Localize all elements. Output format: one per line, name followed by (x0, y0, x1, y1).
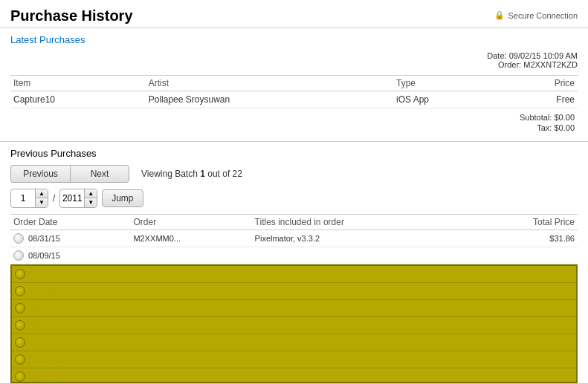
row-total-price (469, 247, 578, 264)
col-order: Order (130, 215, 251, 230)
latest-purchases-table: Item Artist Type Price Capture10 Pollape… (10, 75, 578, 108)
date-text: 06/06/15 (30, 321, 62, 330)
table-row: 04/27/15 (12, 368, 576, 385)
row-titles (252, 247, 469, 264)
date-text: 05/12/15 (30, 355, 62, 364)
next-button[interactable]: Next (70, 165, 129, 183)
order-label: Order: (498, 60, 521, 69)
tax-label: Tax: (537, 123, 552, 132)
col-artist: Artist (146, 76, 393, 91)
tax-row: Tax: $0.00 (13, 123, 575, 132)
prev-table-header-row: Order Date Order Titles included in orde… (10, 215, 578, 230)
row-expand-icon[interactable] (15, 269, 25, 279)
year-down-arrow[interactable]: ▼ (85, 198, 97, 207)
content-overlay: 07/07/15 07/06/15 (10, 264, 578, 383)
date-text: 06/15/15 (30, 304, 62, 313)
date-text: 07/06/15 (30, 287, 62, 296)
order-info: Order: M2XXNT2KZD (10, 60, 578, 69)
item-artist: Pollapee Sroysuwan (146, 91, 393, 108)
latest-purchases-section: Latest Purchases Date: 09/02/15 10:09 AM… (0, 28, 588, 142)
total-batches: 22 (233, 169, 242, 179)
year-stepper: ▲ ▼ (59, 189, 97, 208)
table-row: 06/15/15 (12, 300, 576, 317)
secure-connection-label: Secure Connection (508, 11, 578, 20)
lock-icon: 🔒 (494, 10, 505, 20)
page-wrapper: Purchase History 🔒 Secure Connection Lat… (0, 0, 588, 384)
col-item: Item (10, 76, 146, 91)
col-order-date: Order Date (10, 215, 130, 230)
table-row: Capture10 Pollapee Sroysuwan iOS App Fre… (10, 91, 578, 108)
batch-number: 1 (200, 169, 205, 179)
out-of-label: out of (207, 169, 230, 179)
row-expand-icon[interactable] (15, 320, 25, 331)
table-row: 05/12/15 (12, 351, 576, 368)
row-order-date: 08/31/15 (10, 230, 130, 247)
table-row: 05/27/15 (12, 334, 576, 351)
previous-purchases-section: Previous Purchases Previous Next Viewing… (0, 142, 588, 264)
table-row: 08/31/15 M2XXMM0... Pixelmator, v3.3.2 $… (10, 230, 578, 247)
order-value: M2XXNT2KZD (523, 60, 578, 69)
row-expand-icon[interactable] (15, 371, 25, 382)
batch-stepper-arrows: ▲ ▼ (35, 189, 48, 207)
date-text: 08/09/15 (28, 251, 60, 260)
table-row: 08/09/15 (10, 247, 578, 264)
table-row: 07/07/15 (12, 266, 576, 283)
page-title: Purchase History (10, 7, 133, 25)
subtotal-value: $0.00 (554, 113, 575, 122)
tax-value: $0.00 (554, 123, 575, 132)
row-expand-icon[interactable] (15, 337, 25, 348)
date-text: 04/27/15 (30, 372, 62, 381)
row-order-date: 08/09/15 (10, 247, 130, 264)
col-price: Price (503, 76, 578, 91)
year-input[interactable] (60, 191, 84, 206)
date-label: Date: (487, 51, 506, 60)
table-row: 07/06/15 (12, 283, 576, 300)
row-titles: Pixelmator, v3.3.2 (252, 230, 469, 247)
secure-connection-indicator: 🔒 Secure Connection (494, 10, 578, 20)
col-type: Type (393, 76, 503, 91)
nav-buttons-row: Previous Next Viewing Batch 1 out of 22 (10, 165, 578, 183)
viewing-batch-text: Viewing Batch 1 out of 22 (141, 169, 242, 179)
row-expand-icon[interactable] (15, 354, 25, 365)
date-text: 08/31/15 (28, 234, 60, 243)
row-expand-icon[interactable] (13, 233, 24, 244)
page-header: Purchase History 🔒 Secure Connection (0, 0, 588, 28)
row-expand-icon[interactable] (15, 303, 25, 313)
batch-input[interactable] (11, 191, 35, 206)
year-stepper-arrows: ▲ ▼ (84, 189, 97, 207)
date-info: Date: 09/02/15 10:09 AM (10, 51, 578, 60)
subtotal-row: Subtotal: $0.00 (13, 113, 575, 122)
col-titles: Titles included in order (252, 215, 469, 230)
previous-purchases-label: Previous Purchases (10, 148, 578, 159)
jump-controls: ▲ ▼ / ▲ ▼ Jump (10, 189, 578, 208)
date-text: 05/27/15 (30, 338, 62, 347)
batch-stepper: ▲ ▼ (10, 189, 48, 208)
row-expand-icon[interactable] (15, 286, 25, 296)
col-total-price: Total Price (469, 215, 578, 230)
table-row: 06/06/15 (12, 317, 576, 334)
latest-purchases-label: Latest Purchases (10, 34, 578, 45)
item-type: iOS App (393, 91, 503, 108)
item-name: Capture10 (10, 91, 146, 108)
subtotal-label: Subtotal: (520, 113, 552, 122)
jump-button[interactable]: Jump (102, 189, 143, 207)
latest-table-header-row: Item Artist Type Price (10, 76, 578, 91)
previous-purchases-table: Order Date Order Titles included in orde… (10, 214, 578, 264)
row-order-id (130, 247, 251, 264)
row-order-id: M2XXMM0... (130, 230, 251, 247)
viewing-label: Viewing Batch (141, 169, 198, 179)
subtotal-area: Subtotal: $0.00 Tax: $0.00 (10, 108, 578, 138)
batch-down-arrow[interactable]: ▼ (36, 198, 48, 207)
item-price: Free (503, 91, 578, 108)
separator: / (53, 193, 55, 204)
previous-button[interactable]: Previous (10, 165, 70, 183)
batch-up-arrow[interactable]: ▲ (36, 189, 48, 198)
row-expand-icon[interactable] (13, 250, 24, 261)
date-text: 07/07/15 (30, 270, 62, 279)
overlay-table: 07/07/15 07/06/15 (12, 266, 576, 384)
date-order-info: Date: 09/02/15 10:09 AM Order: M2XXNT2KZ… (10, 51, 578, 69)
year-up-arrow[interactable]: ▲ (85, 189, 97, 198)
row-total-price: $31.86 (469, 230, 578, 247)
date-value: 09/02/15 10:09 AM (509, 51, 578, 60)
